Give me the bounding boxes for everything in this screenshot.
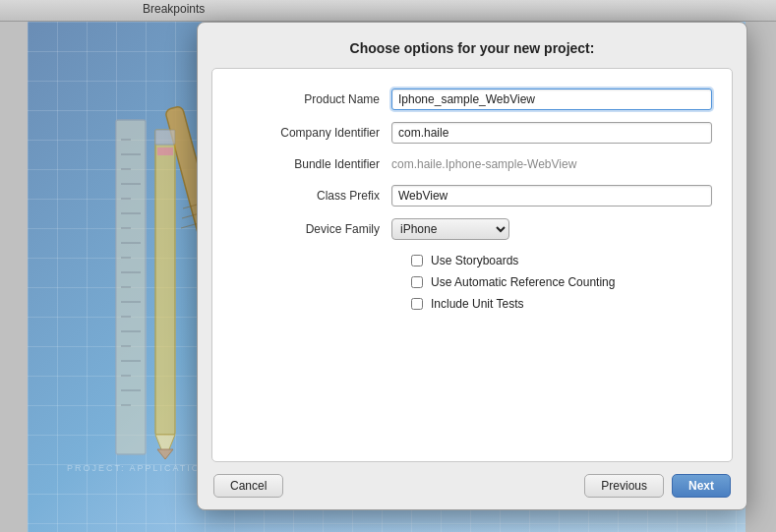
bundle-identifier-value: com.haile.Iphone-sample-WebView <box>391 155 712 173</box>
dialog-form-panel: Product Name Company Identifier Bundle I… <box>211 68 733 462</box>
bundle-identifier-row: Bundle Identifier com.haile.Iphone-sampl… <box>212 155 732 173</box>
use-storyboards-row: Use Storyboards <box>391 254 732 267</box>
use-arc-row: Use Automatic Reference Counting <box>391 275 732 289</box>
bundle-identifier-label: Bundle Identifier <box>232 157 380 171</box>
svg-rect-26 <box>155 130 175 435</box>
device-family-label: Device Family <box>232 222 380 236</box>
previous-button[interactable]: Previous <box>584 474 664 498</box>
product-name-row: Product Name <box>212 89 732 110</box>
new-project-dialog: Choose options for your new project: Pro… <box>197 22 747 510</box>
include-unit-tests-checkbox[interactable] <box>411 298 423 310</box>
company-identifier-input[interactable] <box>391 122 712 144</box>
top-bar: Breakpoints <box>0 0 776 22</box>
cancel-button[interactable]: Cancel <box>213 474 283 498</box>
svg-marker-28 <box>157 449 173 459</box>
device-family-row: Device Family iPhone iPad Universal <box>212 218 732 240</box>
use-arc-checkbox[interactable] <box>411 276 423 288</box>
svg-rect-29 <box>155 130 175 145</box>
use-storyboards-checkbox[interactable] <box>411 255 423 266</box>
class-prefix-input[interactable] <box>391 185 712 207</box>
svg-rect-30 <box>157 148 173 155</box>
breakpoints-label: Breakpoints <box>143 2 205 16</box>
device-family-select[interactable]: iPhone iPad Universal <box>391 218 509 240</box>
checkboxes-section: Use Storyboards Use Automatic Reference … <box>212 254 732 311</box>
company-identifier-row: Company Identifier <box>212 122 732 144</box>
product-name-label: Product Name <box>232 92 380 106</box>
use-storyboards-label[interactable]: Use Storyboards <box>431 254 518 267</box>
dialog-title: Choose options for your new project: <box>198 23 746 68</box>
right-buttons: Previous Next <box>584 474 731 498</box>
use-arc-label[interactable]: Use Automatic Reference Counting <box>431 275 615 289</box>
product-name-input[interactable] <box>391 89 712 110</box>
dialog-footer: Cancel Previous Next <box>198 462 746 509</box>
include-unit-tests-row: Include Unit Tests <box>391 297 732 311</box>
include-unit-tests-label[interactable]: Include Unit Tests <box>431 297 524 311</box>
next-button[interactable]: Next <box>672 474 731 498</box>
class-prefix-row: Class Prefix <box>212 185 732 207</box>
class-prefix-label: Class Prefix <box>232 189 380 203</box>
company-identifier-label: Company Identifier <box>232 126 380 140</box>
